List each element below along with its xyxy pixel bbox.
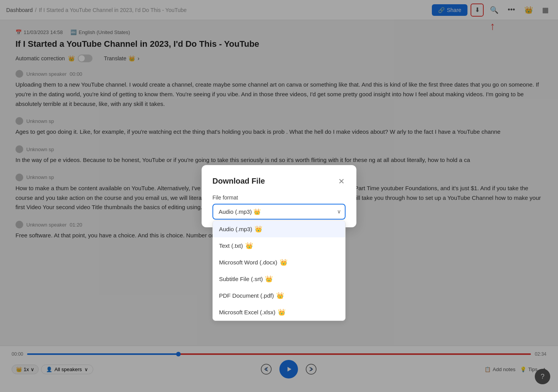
download-modal: Download File ✕ File format Audio (.mp3)…: [202, 165, 356, 227]
option-crown-5: 👑: [278, 308, 286, 316]
option-crown-0: 👑: [255, 225, 262, 233]
modal-overlay[interactable]: Download File ✕ File format Audio (.mp3)…: [0, 0, 558, 392]
dropdown-item-4[interactable]: PDF Document (.pdf) 👑: [213, 287, 345, 304]
modal-title: Download File: [212, 177, 265, 186]
option-label-5: Microsoft Excel (.xlsx): [219, 309, 276, 315]
option-label-0: Audio (.mp3): [219, 226, 252, 232]
dropdown-item-1[interactable]: Text (.txt) 👑: [213, 237, 345, 254]
modal-field-label: File format: [212, 194, 346, 201]
dropdown-item-2[interactable]: Microsoft Word (.docx) 👑: [213, 254, 345, 271]
option-label-2: Microsoft Word (.docx): [219, 259, 277, 266]
option-crown-4: 👑: [276, 292, 284, 299]
dropdown-item-3[interactable]: Subtitle File (.srt) 👑: [213, 271, 345, 287]
option-label-1: Text (.txt): [219, 242, 243, 249]
dropdown-item-5[interactable]: Microsoft Excel (.xlsx) 👑: [213, 304, 345, 320]
option-crown-3: 👑: [265, 275, 273, 283]
dropdown-list: Audio (.mp3) 👑 Text (.txt) 👑 Microsoft W…: [212, 220, 346, 321]
format-select-wrapper: Audio (.mp3) 👑 ∨ Audio (.mp3) 👑 Text (.t…: [212, 204, 346, 220]
option-crown-1: 👑: [245, 242, 253, 249]
format-select[interactable]: Audio (.mp3) 👑: [212, 204, 346, 220]
modal-header: Download File ✕: [212, 176, 346, 187]
modal-close-button[interactable]: ✕: [337, 176, 346, 187]
dropdown-item-0[interactable]: Audio (.mp3) 👑: [213, 221, 345, 237]
option-label-4: PDF Document (.pdf): [219, 292, 274, 299]
option-label-3: Subtitle File (.srt): [219, 276, 263, 282]
option-crown-2: 👑: [280, 259, 288, 266]
